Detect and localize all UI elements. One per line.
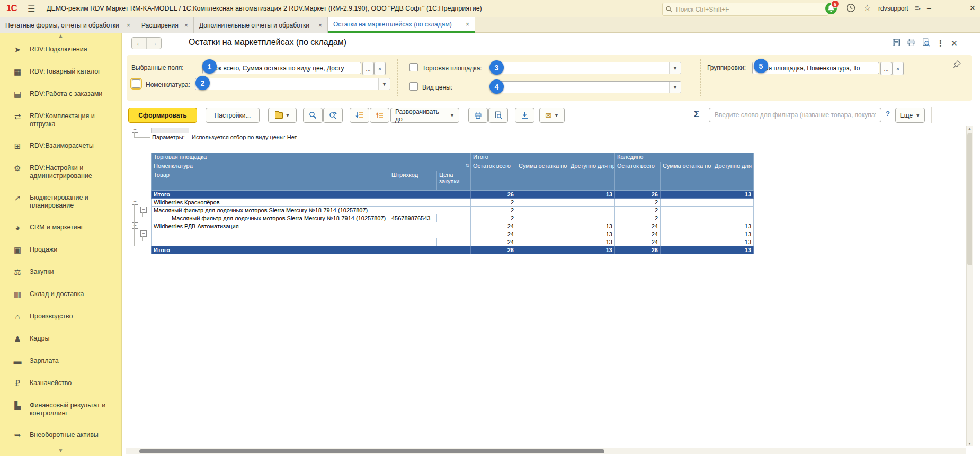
table-cell[interactable] <box>661 207 712 214</box>
column-header-product[interactable]: Товар <box>152 171 389 191</box>
groupings-ellipsis-button[interactable]: ... <box>880 62 892 75</box>
table-cell[interactable]: 24 <box>615 230 661 238</box>
sidebar-item[interactable]: ↗Бюджетирование и планирование <box>0 194 121 210</box>
collapse-group-box[interactable]: − <box>140 230 147 237</box>
tab-close-icon[interactable]: × <box>127 22 130 29</box>
table-cell[interactable]: Итого <box>152 246 471 254</box>
dropdown-button[interactable]: ▼ <box>669 62 681 74</box>
collapse-group-box[interactable]: − <box>132 127 138 133</box>
generate-button[interactable]: Сформировать <box>128 108 197 123</box>
tab[interactable]: Остатки на маркетплейсах (по складам)× <box>328 17 475 33</box>
marketplace-field[interactable]: ▼ <box>491 62 681 74</box>
table-cell[interactable] <box>661 191 712 199</box>
table-cell[interactable]: 24 <box>615 238 661 246</box>
vertical-scroll-thumb[interactable] <box>967 133 972 265</box>
table-cell[interactable] <box>661 246 712 254</box>
sidebar-item[interactable]: ➤RDV:Подключения <box>0 46 121 54</box>
report-variants-button[interactable]: ▼ <box>268 108 297 123</box>
price-type-checkbox[interactable] <box>409 82 418 91</box>
column-header-nomenclature[interactable]: Номенклатура ⇅ <box>152 162 471 171</box>
table-cell[interactable] <box>568 199 615 207</box>
tab[interactable]: Расширения× <box>136 17 194 33</box>
table-cell[interactable]: 13 <box>712 222 754 230</box>
dropdown-button[interactable]: ▼ <box>669 82 681 93</box>
table-cell[interactable]: 13 <box>568 222 615 230</box>
column-header-total-group[interactable]: Итого <box>471 153 615 162</box>
table-cell[interactable] <box>661 230 712 238</box>
table-cell[interactable]: 26 <box>615 191 661 199</box>
sidebar-item[interactable]: ▙Финансовый результат и контроллинг <box>0 401 121 417</box>
sidebar-item[interactable]: ♟Кадры <box>0 335 121 343</box>
table-cell[interactable]: 24 <box>471 230 516 238</box>
horizontal-scroll-thumb[interactable] <box>139 449 604 453</box>
tab[interactable]: Дополнительные отчеты и обработки× <box>194 17 328 33</box>
history-button[interactable] <box>846 3 856 14</box>
table-cell[interactable] <box>437 238 471 246</box>
sidebar-item[interactable]: ▥Склад и доставка <box>0 290 121 299</box>
scroll-up-icon[interactable]: ▲ <box>968 127 972 130</box>
table-cell[interactable]: 2 <box>471 199 516 207</box>
table-cell[interactable]: 13 <box>712 191 754 199</box>
price-type-field[interactable]: ▼ <box>491 81 681 93</box>
sidebar-scroll-down[interactable]: ▼ <box>0 448 121 456</box>
tab-close-icon[interactable]: × <box>466 21 469 28</box>
nomenclature-checkbox[interactable] <box>132 79 140 88</box>
tab-close-icon[interactable]: × <box>318 22 322 29</box>
find-in-report-button[interactable] <box>922 38 930 48</box>
table-cell[interactable]: 2 <box>615 207 661 214</box>
close-window-button[interactable]: ✕ <box>969 4 976 12</box>
table-cell[interactable]: 2 <box>615 214 661 222</box>
column-header-barcode[interactable]: Штрихкод <box>389 171 437 191</box>
table-cell[interactable]: 13 <box>712 230 754 238</box>
reset-search-button[interactable] <box>323 108 343 123</box>
main-menu-button[interactable]: ☰ <box>28 4 35 14</box>
settings-button[interactable]: Настройки... <box>206 108 260 123</box>
back-button[interactable]: ← <box>132 38 147 49</box>
table-cell[interactable]: Wildberries РДВ Автоматизация <box>152 222 471 230</box>
global-search-input[interactable] <box>675 5 825 14</box>
sidebar-item[interactable]: ⌂Производство <box>0 312 121 321</box>
groupings-field[interactable]: говая площадка, Номенклатура, То <box>752 62 879 74</box>
table-cell[interactable]: 24 <box>471 238 516 246</box>
column-header-stock-total[interactable]: Остаток всего <box>615 162 661 191</box>
quick-filter-input[interactable] <box>714 111 877 119</box>
column-header-available[interactable]: Доступно для продажи <box>712 162 754 191</box>
table-cell[interactable]: 26 <box>471 191 516 199</box>
collapse-group-box[interactable]: − <box>132 199 138 205</box>
table-cell[interactable]: 24 <box>615 222 661 230</box>
sidebar-item[interactable]: ⚙RDV:Настройки и администрирование <box>0 164 121 180</box>
pin-button[interactable] <box>952 59 962 70</box>
minimize-button[interactable]: – <box>927 4 931 12</box>
table-cell[interactable] <box>712 207 754 214</box>
sidebar-item[interactable]: ▦RDV:Товарный каталог <box>0 68 121 76</box>
table-cell[interactable] <box>152 238 389 246</box>
expand-rows-button[interactable] <box>370 108 389 123</box>
sort-icon[interactable]: ⇅ <box>465 163 469 168</box>
dropdown-button[interactable]: ▼ <box>378 78 390 90</box>
sidebar-item[interactable]: ▬Зарплата <box>0 357 121 365</box>
table-cell[interactable]: 13 <box>712 238 754 246</box>
table-cell[interactable] <box>516 230 568 238</box>
table-cell[interactable]: 13 <box>568 191 615 199</box>
forward-button[interactable]: → <box>147 38 161 49</box>
table-cell[interactable] <box>389 238 437 246</box>
column-header-warehouse-group[interactable]: Коледино <box>615 153 754 162</box>
sidebar-item[interactable]: ▤RDV:Работа с заказами <box>0 90 121 99</box>
save-file-button[interactable] <box>515 108 534 123</box>
selected-fields-clear-button[interactable]: × <box>374 62 386 75</box>
table-cell[interactable]: 2 <box>471 214 516 222</box>
horizontal-scrollbar[interactable] <box>126 448 966 454</box>
table-cell[interactable]: 2 <box>471 207 516 214</box>
sidebar-item[interactable]: ₽Казначейство <box>0 379 121 388</box>
table-cell[interactable] <box>516 238 568 246</box>
sidebar-scroll-up[interactable]: ▲ <box>0 33 121 41</box>
close-report-button[interactable]: ✕ <box>951 39 958 48</box>
table-cell[interactable] <box>152 230 471 238</box>
vertical-scrollbar[interactable]: ▲ ▼ <box>966 126 973 446</box>
table-cell[interactable] <box>661 222 712 230</box>
service-menu-button[interactable]: ≡▾ <box>915 4 921 12</box>
sidebar-item[interactable]: ⇄RDV:Комплектация и отгрузка <box>0 112 121 128</box>
groupings-clear-button[interactable]: × <box>892 62 904 75</box>
print-preview-button[interactable] <box>488 108 508 123</box>
column-header-stock-sum[interactable]: Сумма остатка по виду цен <box>516 162 568 191</box>
